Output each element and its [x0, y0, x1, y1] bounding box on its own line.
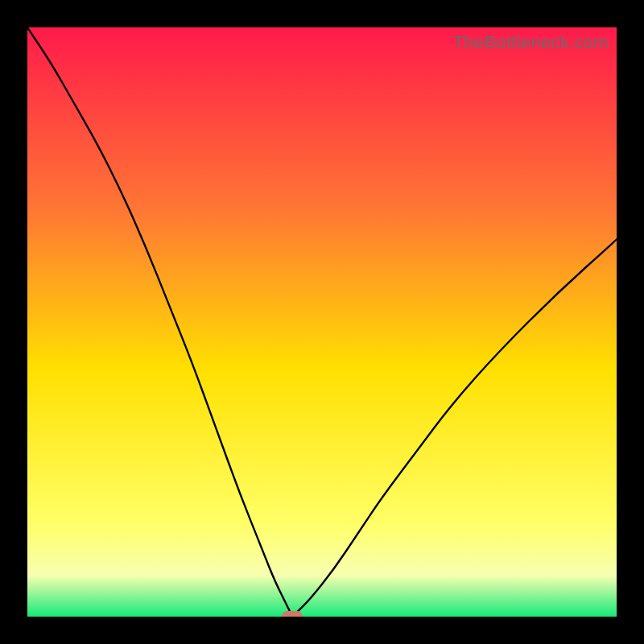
- watermark-text: TheBottleneck.com: [453, 32, 609, 53]
- chart-frame: TheBottleneck.com: [0, 0, 644, 644]
- plot-area: TheBottleneck.com: [27, 27, 617, 617]
- bottleneck-curve: [27, 27, 617, 617]
- optimal-point-marker: [282, 611, 303, 617]
